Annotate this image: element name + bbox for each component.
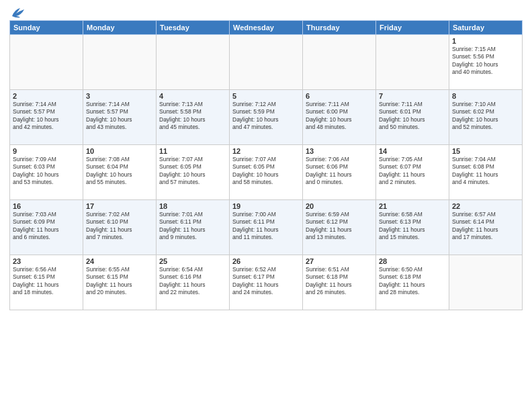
calendar-cell [10,35,83,90]
day-info: Sunrise: 7:03 AM Sunset: 6:09 PM Dayligh… [13,211,80,242]
day-info: Sunrise: 7:12 AM Sunset: 5:59 PM Dayligh… [232,101,300,132]
calendar-cell: 16Sunrise: 7:03 AM Sunset: 6:09 PM Dayli… [10,200,83,255]
day-info: Sunrise: 7:07 AM Sunset: 6:05 PM Dayligh… [232,156,300,187]
day-info: Sunrise: 6:52 AM Sunset: 6:17 PM Dayligh… [232,266,300,297]
day-info: Sunrise: 7:14 AM Sunset: 5:57 PM Dayligh… [86,101,153,132]
day-number: 9 [13,147,80,155]
calendar-cell: 22Sunrise: 6:57 AM Sunset: 6:14 PM Dayli… [449,200,523,255]
calendar-cell: 10Sunrise: 7:08 AM Sunset: 6:04 PM Dayli… [83,145,157,200]
col-header-friday: Friday [376,21,449,35]
calendar-cell: 26Sunrise: 6:52 AM Sunset: 6:17 PM Dayli… [230,255,303,310]
week-row-2: 2Sunrise: 7:14 AM Sunset: 5:57 PM Daylig… [10,90,523,145]
header [9,7,523,16]
day-number: 21 [379,202,446,210]
calendar-cell: 19Sunrise: 7:00 AM Sunset: 6:11 PM Dayli… [230,200,303,255]
day-number: 20 [306,202,373,210]
day-number: 28 [379,257,446,265]
calendar-cell: 20Sunrise: 6:59 AM Sunset: 6:12 PM Dayli… [303,200,376,255]
calendar-cell: 28Sunrise: 6:50 AM Sunset: 6:18 PM Dayli… [376,255,449,310]
day-number: 10 [86,147,153,155]
calendar-cell: 1Sunrise: 7:15 AM Sunset: 5:56 PM Daylig… [449,35,523,90]
calendar-cell: 2Sunrise: 7:14 AM Sunset: 5:57 PM Daylig… [10,90,83,145]
day-number: 5 [232,92,300,100]
day-number: 17 [86,202,153,210]
calendar-cell: 15Sunrise: 7:04 AM Sunset: 6:08 PM Dayli… [449,145,523,200]
calendar-cell: 12Sunrise: 7:07 AM Sunset: 6:05 PM Dayli… [230,145,303,200]
day-number: 16 [13,202,80,210]
calendar-table: SundayMondayTuesdayWednesdayThursdayFrid… [9,20,523,310]
day-info: Sunrise: 6:56 AM Sunset: 6:15 PM Dayligh… [13,266,80,297]
logo-text [9,7,26,19]
day-info: Sunrise: 7:13 AM Sunset: 5:58 PM Dayligh… [159,101,226,132]
calendar-cell: 27Sunrise: 6:51 AM Sunset: 6:18 PM Dayli… [303,255,376,310]
calendar-cell: 8Sunrise: 7:10 AM Sunset: 6:02 PM Daylig… [449,90,523,145]
col-header-saturday: Saturday [449,21,523,35]
calendar-cell: 4Sunrise: 7:13 AM Sunset: 5:58 PM Daylig… [157,90,230,145]
day-info: Sunrise: 7:10 AM Sunset: 6:02 PM Dayligh… [452,101,519,132]
day-info: Sunrise: 6:58 AM Sunset: 6:13 PM Dayligh… [379,211,446,242]
day-info: Sunrise: 7:08 AM Sunset: 6:04 PM Dayligh… [86,156,153,187]
calendar-cell [449,255,523,310]
day-number: 8 [452,92,519,100]
day-number: 3 [86,92,153,100]
day-number: 15 [452,147,519,155]
calendar-cell: 17Sunrise: 7:02 AM Sunset: 6:10 PM Dayli… [83,200,157,255]
calendar-cell: 18Sunrise: 7:01 AM Sunset: 6:11 PM Dayli… [157,200,230,255]
day-info: Sunrise: 6:55 AM Sunset: 6:15 PM Dayligh… [86,266,153,297]
day-number: 14 [379,147,446,155]
day-number: 24 [86,257,153,265]
calendar-cell: 24Sunrise: 6:55 AM Sunset: 6:15 PM Dayli… [83,255,157,310]
calendar-cell: 13Sunrise: 7:06 AM Sunset: 6:06 PM Dayli… [303,145,376,200]
day-info: Sunrise: 7:02 AM Sunset: 6:10 PM Dayligh… [86,211,153,242]
day-info: Sunrise: 7:14 AM Sunset: 5:57 PM Dayligh… [13,101,80,132]
day-number: 26 [232,257,300,265]
week-row-1: 1Sunrise: 7:15 AM Sunset: 5:56 PM Daylig… [10,35,523,90]
calendar-cell [230,35,303,90]
day-number: 18 [159,202,226,210]
page: SundayMondayTuesdayWednesdayThursdayFrid… [0,0,532,411]
day-number: 25 [159,257,226,265]
calendar-cell: 25Sunrise: 6:54 AM Sunset: 6:16 PM Dayli… [157,255,230,310]
calendar-cell [83,35,157,90]
day-number: 23 [13,257,80,265]
calendar-cell: 23Sunrise: 6:56 AM Sunset: 6:15 PM Dayli… [10,255,83,310]
day-info: Sunrise: 7:15 AM Sunset: 5:56 PM Dayligh… [452,46,519,77]
day-number: 13 [306,147,373,155]
logo [9,7,26,16]
col-header-sunday: Sunday [10,21,83,35]
calendar-cell: 7Sunrise: 7:11 AM Sunset: 6:01 PM Daylig… [376,90,449,145]
calendar-cell: 5Sunrise: 7:12 AM Sunset: 5:59 PM Daylig… [230,90,303,145]
week-row-3: 9Sunrise: 7:09 AM Sunset: 6:03 PM Daylig… [10,145,523,200]
calendar-cell: 9Sunrise: 7:09 AM Sunset: 6:03 PM Daylig… [10,145,83,200]
calendar-cell: 3Sunrise: 7:14 AM Sunset: 5:57 PM Daylig… [83,90,157,145]
day-info: Sunrise: 7:11 AM Sunset: 6:01 PM Dayligh… [379,101,446,132]
calendar-cell: 14Sunrise: 7:05 AM Sunset: 6:07 PM Dayli… [376,145,449,200]
day-number: 2 [13,92,80,100]
day-info: Sunrise: 6:54 AM Sunset: 6:16 PM Dayligh… [159,266,226,297]
calendar-cell [376,35,449,90]
day-info: Sunrise: 7:05 AM Sunset: 6:07 PM Dayligh… [379,156,446,187]
day-number: 4 [159,92,226,100]
day-info: Sunrise: 7:01 AM Sunset: 6:11 PM Dayligh… [159,211,226,242]
day-info: Sunrise: 7:07 AM Sunset: 6:05 PM Dayligh… [159,156,226,187]
day-number: 19 [232,202,300,210]
day-info: Sunrise: 6:50 AM Sunset: 6:18 PM Dayligh… [379,266,446,297]
day-info: Sunrise: 7:06 AM Sunset: 6:06 PM Dayligh… [306,156,373,187]
header-row: SundayMondayTuesdayWednesdayThursdayFrid… [10,21,523,35]
day-number: 27 [306,257,373,265]
day-info: Sunrise: 7:04 AM Sunset: 6:08 PM Dayligh… [452,156,519,187]
day-info: Sunrise: 6:59 AM Sunset: 6:12 PM Dayligh… [306,211,373,242]
day-number: 7 [379,92,446,100]
week-row-4: 16Sunrise: 7:03 AM Sunset: 6:09 PM Dayli… [10,200,523,255]
col-header-wednesday: Wednesday [230,21,303,35]
day-number: 22 [452,202,519,210]
day-number: 1 [452,37,519,45]
col-header-thursday: Thursday [303,21,376,35]
day-info: Sunrise: 6:57 AM Sunset: 6:14 PM Dayligh… [452,211,519,242]
logo-bird-icon [11,7,26,19]
col-header-tuesday: Tuesday [157,21,230,35]
day-number: 12 [232,147,300,155]
day-info: Sunrise: 7:00 AM Sunset: 6:11 PM Dayligh… [232,211,300,242]
day-number: 11 [159,147,226,155]
calendar-cell: 6Sunrise: 7:11 AM Sunset: 6:00 PM Daylig… [303,90,376,145]
